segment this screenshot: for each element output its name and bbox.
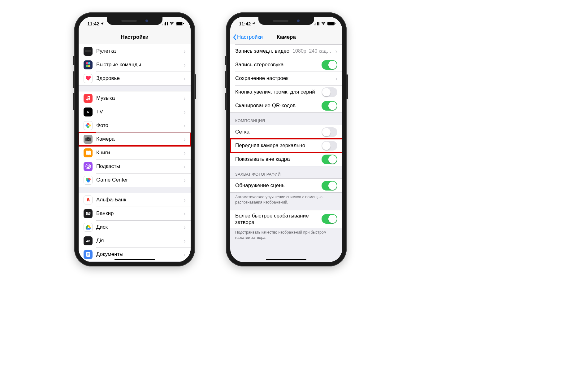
settings-row-подкасты[interactable]: Подкасты › — [79, 160, 191, 173]
row-label: Показывать вне кадра — [235, 156, 322, 162]
row-label: Банкир — [96, 210, 182, 217]
camera-row-сетка[interactable]: Сетка — [230, 125, 342, 139]
chevron-right-icon: › — [184, 75, 186, 82]
app-icon — [84, 162, 93, 171]
svg-point-19 — [89, 125, 91, 127]
settings-row-альфа-банк[interactable]: Альфа-Банк › — [79, 193, 191, 207]
svg-rect-45 — [335, 23, 335, 24]
section-header-capture: ЗАХВАТ ФОТОГРАФИЙ — [230, 166, 342, 178]
phone-frame-right: 11:42 Настройки Камера Запись вид — [226, 12, 347, 266]
app-icon — [84, 135, 93, 144]
phone-frame-left: 11:42 Настройки Рулетка › Быстрые коман — [74, 12, 195, 266]
chevron-right-icon: › — [335, 75, 337, 82]
svg-rect-42 — [318, 22, 319, 25]
settings-row-дія[interactable]: Дія Дія › — [79, 234, 191, 248]
row-label: Обнаружение сцены — [235, 182, 322, 189]
app-icon — [84, 195, 93, 204]
camera-row-сканирование-qr-кодов[interactable]: Сканирование QR-кодов — [230, 99, 342, 112]
section-footer-scene: Автоматическое улучшение снимков с помощ… — [230, 193, 342, 208]
back-button[interactable]: Настройки — [233, 30, 263, 44]
app-icon — [84, 60, 93, 69]
row-label: Альфа-Банк — [96, 196, 182, 203]
camera-row-показывать-вне-кадра[interactable]: Показывать вне кадра — [230, 152, 342, 166]
settings-row-рулетка[interactable]: Рулетка › — [79, 44, 191, 58]
notch — [107, 17, 162, 25]
home-indicator[interactable] — [266, 259, 306, 260]
row-label: TV — [96, 108, 182, 115]
cellular-icon — [314, 22, 319, 25]
svg-rect-32 — [87, 202, 90, 202]
svg-rect-6 — [183, 23, 184, 24]
home-indicator[interactable] — [115, 259, 155, 260]
settings-row-книги[interactable]: Книги › — [79, 146, 191, 160]
row-label: Рулетка — [96, 48, 182, 54]
camera-row-запись-замедл-видео[interactable]: Запись замедл. видео1080p, 240 кад…› — [230, 44, 342, 58]
row-label: Подкасты — [96, 163, 182, 169]
toggle-switch[interactable] — [322, 60, 337, 70]
settings-row-музыка[interactable]: Музыка › — [79, 91, 191, 105]
chevron-right-icon: › — [184, 48, 186, 55]
toggle-switch[interactable] — [322, 141, 337, 151]
chevron-right-icon: › — [184, 108, 186, 116]
settings-row-фото[interactable]: Фото › — [79, 119, 191, 132]
row-label: Диск — [96, 224, 182, 230]
svg-point-21 — [85, 125, 88, 127]
chevron-right-icon: › — [184, 61, 186, 68]
settings-row-диск[interactable]: Диск › — [79, 220, 191, 234]
camera-row-запись-стереозвука[interactable]: Запись стереозвука — [230, 58, 342, 72]
svg-rect-41 — [317, 22, 318, 25]
svg-rect-11 — [89, 50, 89, 51]
app-icon — [84, 176, 93, 185]
settings-row-tv[interactable]: tv TV › — [79, 105, 191, 119]
location-icon — [252, 22, 256, 25]
nav-bar: Настройки — [79, 30, 191, 44]
chevron-right-icon: › — [184, 224, 186, 231]
settings-content[interactable]: Рулетка › Быстрые команды › Здоровье › М… — [79, 44, 191, 262]
row-detail: 1080p, 240 кад… — [292, 48, 331, 54]
svg-rect-15 — [86, 65, 88, 67]
toggle-switch[interactable] — [322, 214, 337, 224]
camera-row-сохранение-настроек[interactable]: Сохранение настроек› — [230, 72, 342, 85]
camera-row-обнаружение-сцены[interactable]: Обнаружение сцены — [230, 179, 342, 192]
row-label: Книги — [96, 149, 182, 156]
screen-settings: 11:42 Настройки Рулетка › Быстрые коман — [79, 17, 191, 262]
section-footer-shutter: Подстраивать качество изображений при бы… — [230, 228, 342, 243]
settings-row-камера[interactable]: Камера › — [79, 132, 191, 146]
chevron-right-icon: › — [184, 237, 186, 244]
chevron-right-icon: › — [184, 122, 186, 129]
app-icon: tv — [84, 108, 93, 116]
screen-camera-settings: 11:42 Настройки Камера Запись вид — [230, 17, 342, 262]
settings-row-game-center[interactable]: Game Center › — [79, 173, 191, 187]
settings-row-здоровье[interactable]: Здоровье › — [79, 72, 191, 85]
battery-icon — [327, 22, 335, 25]
camera-content[interactable]: Запись видео 4K, 30 кадр/с ›Запись замед… — [230, 44, 342, 262]
status-time: 11:42 — [239, 21, 251, 26]
row-label: Фото — [96, 122, 182, 129]
settings-row-быстрые-команды[interactable]: Быстрые команды › — [79, 58, 191, 72]
back-label: Настройки — [237, 34, 263, 40]
svg-rect-39 — [314, 24, 315, 25]
row-label: Кнопка увелич. громк. для серий — [235, 89, 322, 95]
camera-row-передняя-камера-зеркально[interactable]: Передняя камера зеркально — [230, 139, 342, 152]
chevron-right-icon: › — [184, 251, 186, 258]
app-icon — [84, 250, 93, 259]
cellular-icon — [162, 22, 168, 25]
app-icon — [84, 74, 93, 83]
svg-text:tv: tv — [87, 111, 89, 113]
page-title: Настройки — [121, 34, 149, 40]
toggle-switch[interactable] — [322, 181, 337, 191]
camera-row-кнопка-увелич-громк-для-серий[interactable]: Кнопка увелич. громк. для серий — [230, 85, 342, 99]
toggle-switch[interactable] — [322, 155, 337, 164]
chevron-right-icon: › — [184, 95, 186, 102]
svg-text:Дія: Дія — [86, 239, 90, 242]
svg-point-31 — [87, 179, 90, 182]
camera-row-более-быстрое-срабатывание-затвора[interactable]: Более быстрое срабатывание затвора — [230, 210, 342, 228]
svg-rect-38 — [87, 255, 89, 256]
row-label: Передняя камера зеркально — [235, 142, 322, 149]
chevron-right-icon: › — [184, 163, 186, 170]
toggle-switch[interactable] — [322, 101, 337, 111]
toggle-switch[interactable] — [322, 87, 337, 97]
row-label: Сохранение настроек — [235, 75, 334, 81]
toggle-switch[interactable] — [322, 127, 337, 137]
settings-row-банкир[interactable]: ББ Банкир › — [79, 207, 191, 220]
